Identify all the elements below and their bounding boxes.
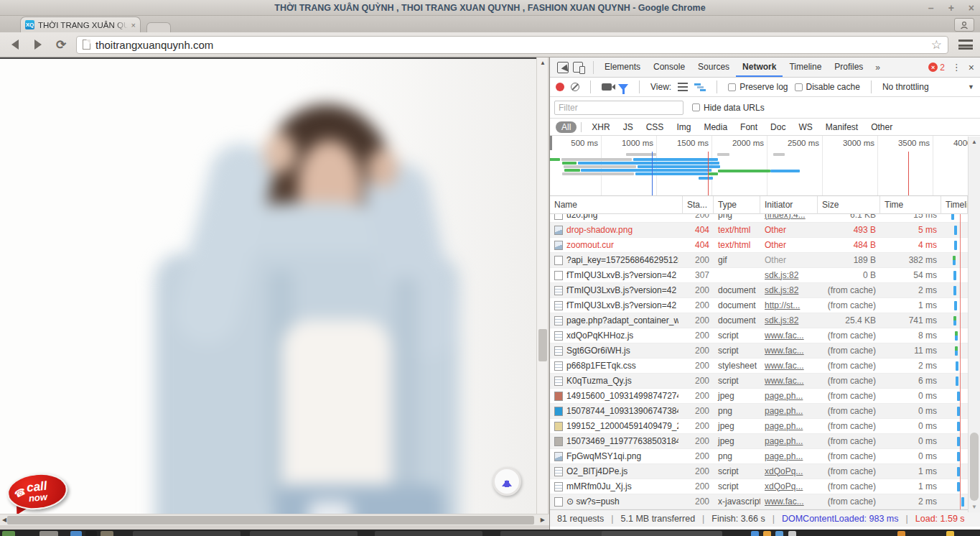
initiator-link[interactable]: page.ph...	[765, 391, 803, 401]
taskbar-item[interactable]	[39, 531, 58, 536]
checkbox-icon[interactable]	[728, 83, 736, 91]
scroll-down-arrow-icon[interactable]: ▼	[971, 504, 977, 510]
request-name-cell[interactable]: u20.png	[550, 214, 683, 223]
request-name-cell[interactable]: xdQoPqKHHoz.js	[550, 328, 683, 343]
column-header-sta[interactable]: Sta...	[683, 196, 714, 214]
request-row[interactable]: ⊙ sw?s=push200x-javascriptwww.fac...(fro…	[550, 494, 980, 509]
taskbar-item[interactable]	[946, 531, 954, 536]
taskbar-item[interactable]	[775, 531, 783, 536]
taskbar-item[interactable]	[602, 531, 722, 536]
clear-icon[interactable]	[571, 83, 579, 91]
request-name-cell[interactable]: fTmIQU3LxvB.js?version=42	[550, 268, 683, 283]
back-button[interactable]	[7, 37, 23, 52]
taskbar-item[interactable]	[2, 531, 15, 536]
request-row[interactable]: mMRfm0Ju_Xj.js200scriptxdQoPq...(from ca…	[550, 479, 980, 494]
filter-funnel-icon[interactable]	[618, 84, 628, 91]
page-vertical-scrollbar[interactable]: ▲ ▼	[536, 57, 548, 525]
devtools-tab-console[interactable]: Console	[647, 57, 691, 77]
taskbar-item[interactable]	[250, 531, 358, 536]
initiator-link[interactable]: sdk.js:82	[765, 285, 798, 295]
browser-tab[interactable]: XQ THỜI TRANG XUÂN QUỲ ×	[20, 17, 141, 32]
record-button[interactable]	[556, 83, 564, 91]
initiator-link[interactable]: xdQoPq...	[765, 466, 803, 476]
column-header-timeline[interactable]: Timeline	[941, 196, 968, 214]
bookmark-star-icon[interactable]: ☆	[931, 37, 942, 52]
console-error-badge[interactable]: × 2	[928, 63, 945, 73]
initiator-link[interactable]: www.fac...	[765, 346, 804, 356]
desktop-taskbar[interactable]	[0, 530, 980, 536]
type-filter-media[interactable]: Media	[698, 121, 733, 133]
request-row[interactable]: Sgt6GOr6iWH.js200scriptwww.fac...(from c…	[550, 343, 980, 359]
profile-button[interactable]	[954, 18, 974, 32]
request-row[interactable]: drop-shadow.png404text/htmlOther493 B5 m…	[550, 223, 980, 238]
request-row[interactable]: 199152_120004591409479_2...200jpegpage.p…	[550, 419, 980, 434]
request-row[interactable]: FpGwqMSY1qi.png200pngpage.ph...(from cac…	[550, 449, 980, 464]
taskbar-item[interactable]	[500, 531, 608, 536]
initiator-link[interactable]: www.fac...	[765, 376, 804, 386]
request-name-cell[interactable]: Sgt6GOr6iWH.js	[550, 343, 683, 359]
type-filter-all[interactable]: All	[556, 121, 577, 133]
request-row[interactable]: O2_BlTj4DPe.js200scriptxdQoPq...(from ca…	[550, 464, 980, 479]
throttling-select[interactable]: No throttling ▼	[882, 82, 974, 92]
request-row[interactable]: p668p1FETqk.css200stylesheetwww.fac...(f…	[550, 359, 980, 374]
type-filter-css[interactable]: CSS	[640, 121, 670, 133]
request-row[interactable]: xdQoPqKHHoz.js200scriptwww.fac...(from c…	[550, 328, 980, 343]
initiator-link[interactable]: www.fac...	[765, 331, 804, 341]
devtools-close-icon[interactable]: ×	[969, 62, 974, 73]
forward-button[interactable]	[30, 37, 46, 52]
request-name-cell[interactable]: mMRfm0Ju_Xj.js	[550, 479, 683, 494]
request-name-cell[interactable]: K0qTuzma_Qy.js	[550, 374, 683, 389]
column-header-size[interactable]: Size	[818, 196, 880, 214]
taskbar-item[interactable]	[70, 531, 82, 536]
disable-cache-checkbox[interactable]: Disable cache	[795, 82, 860, 92]
checkbox-icon[interactable]	[795, 83, 803, 91]
scroll-left-arrow-icon[interactable]: ◀	[2, 517, 6, 523]
device-toolbar-icon[interactable]	[573, 62, 583, 73]
type-filter-ws[interactable]: WS	[793, 121, 818, 133]
request-name-cell[interactable]: 15073469_119777638503184...	[550, 434, 683, 449]
request-name-cell[interactable]: fTmIQU3LxvB.js?version=42	[550, 283, 683, 298]
taskbar-item[interactable]	[897, 531, 905, 536]
initiator-link[interactable]: http://st...	[765, 300, 800, 310]
request-name-cell[interactable]: fTmIQU3LxvB.js?version=42	[550, 298, 683, 313]
scroll-right-arrow-icon[interactable]: ▶	[541, 517, 545, 523]
request-row[interactable]: K0qTuzma_Qy.js200scriptwww.fac...(from c…	[550, 374, 980, 389]
minimize-button[interactable]: –	[928, 0, 934, 16]
devtools-tab-timeline[interactable]: Timeline	[783, 57, 828, 77]
list-view-icon[interactable]	[678, 83, 688, 91]
reload-button[interactable]: ⟳	[53, 37, 69, 52]
initiator-link[interactable]: sdk.js:82	[765, 315, 798, 325]
network-overview[interactable]: 500 ms1000 ms1500 ms2000 ms2500 ms3000 m…	[550, 136, 980, 196]
vertical-scroll-thumb[interactable]	[538, 329, 547, 361]
taskbar-item[interactable]	[788, 531, 796, 536]
request-row[interactable]: fTmIQU3LxvB.js?version=42200documenthttp…	[550, 298, 980, 313]
new-tab-button[interactable]	[146, 22, 171, 32]
request-name-cell[interactable]: 14915600_109314998747274...	[550, 389, 683, 404]
request-row[interactable]: ?api_key=1572568646295128...200gifOther1…	[550, 253, 980, 268]
request-row[interactable]: fTmIQU3LxvB.js?version=42307sdk.js:820 B…	[550, 268, 980, 283]
maximize-button[interactable]: +	[948, 0, 954, 16]
initiator-link[interactable]: www.fac...	[765, 361, 804, 371]
devtools-menu-icon[interactable]: ⋮	[952, 62, 961, 73]
taskbar-item[interactable]	[751, 531, 759, 536]
request-row[interactable]: 15078744_109313906747384...200pngpage.ph…	[550, 404, 980, 419]
scroll-to-top-button[interactable]	[493, 467, 521, 496]
initiator-link[interactable]: page.ph...	[765, 421, 803, 431]
request-row[interactable]: page.php?adapt_container_wi...200documen…	[550, 313, 980, 328]
chrome-menu-icon[interactable]	[958, 40, 973, 50]
close-button[interactable]: ×	[969, 0, 974, 16]
request-name-cell[interactable]: zoomout.cur	[550, 238, 683, 253]
inspect-element-icon[interactable]	[557, 62, 569, 73]
tab-close-icon[interactable]: ×	[131, 21, 136, 29]
request-row[interactable]: fTmIQU3LxvB.js?version=42200documentsdk.…	[550, 283, 980, 298]
request-name-cell[interactable]: ⊙ sw?s=push	[550, 494, 683, 509]
initiator-link[interactable]: page.ph...	[765, 451, 803, 461]
call-now-badge[interactable]: call now ☎	[4, 472, 70, 514]
request-name-cell[interactable]: page.php?adapt_container_wi...	[550, 313, 683, 328]
type-filter-font[interactable]: Font	[734, 121, 763, 133]
filter-input[interactable]	[554, 101, 683, 115]
type-filter-doc[interactable]: Doc	[765, 121, 791, 133]
type-filter-img[interactable]: Img	[671, 121, 696, 133]
request-row[interactable]: zoomout.cur404text/htmlOther484 B4 ms	[550, 238, 980, 253]
type-filter-other[interactable]: Other	[865, 121, 898, 133]
